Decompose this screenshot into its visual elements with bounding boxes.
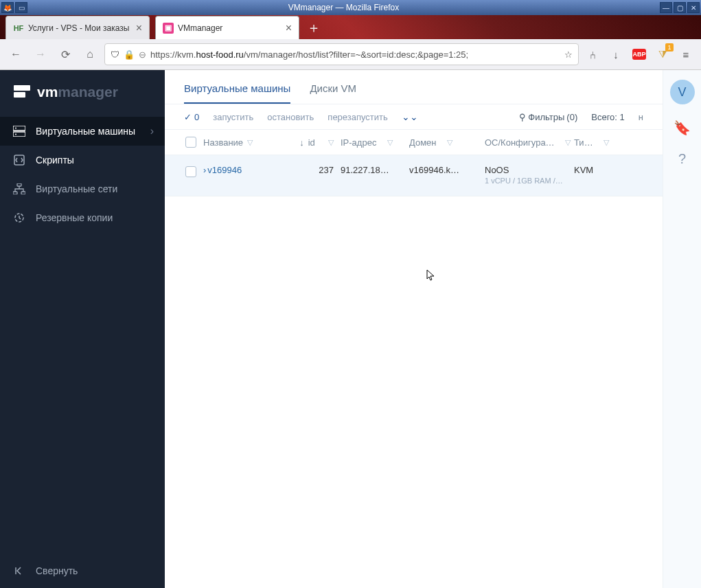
sidebar-item-networks[interactable]: Виртуальные сети: [0, 174, 165, 203]
action-start[interactable]: запустить: [213, 112, 253, 122]
bookmark-icon[interactable]: 🔖: [674, 120, 691, 136]
tab-vms[interactable]: Виртуальные машины: [184, 82, 290, 104]
nav-forward-button: →: [30, 44, 51, 65]
cell-name: ›v169946: [203, 165, 292, 175]
window-titlebar: 🦊 ▭ VMmanager — Mozilla Firefox — ▢ ✕: [0, 0, 701, 15]
sidebar: vmmanager Виртуальные машины Скрипты Вир…: [0, 70, 165, 588]
window-minimize-button[interactable]: —: [660, 2, 672, 13]
backup-icon: [12, 211, 26, 225]
window-title: VMmanager — Mozilla Firefox: [27, 3, 660, 12]
script-icon: [12, 153, 26, 167]
nav-home-button[interactable]: ⌂: [80, 44, 100, 65]
col-name[interactable]: Название▽: [203, 137, 292, 148]
svg-rect-1: [13, 132, 25, 137]
tab-favicon-icon: HF: [13, 23, 24, 34]
more-actions-icon[interactable]: ⌄⌄: [402, 111, 418, 122]
browser-tab-0[interactable]: HF Услуги - VPS - Мои заказы ×: [5, 16, 150, 39]
cell-id: 237: [292, 165, 341, 175]
filters-button[interactable]: ⚲ Фильтры(0): [519, 112, 577, 122]
logo-icon: [14, 85, 30, 99]
sidebar-item-label: Резервные копии: [36, 212, 113, 223]
cell-type: KVM: [574, 165, 615, 175]
select-all-checkbox[interactable]: [185, 137, 196, 148]
tab-close-button[interactable]: ×: [286, 22, 292, 34]
filter-icon[interactable]: ▽: [565, 138, 571, 147]
nav-back-button[interactable]: ←: [5, 44, 26, 65]
cell-os: NoOS 1 vCPU / 1GB RAM /…: [485, 165, 574, 185]
vm-name-link[interactable]: ›v169946: [203, 165, 242, 175]
cell-ip: 91.227.18…: [341, 165, 409, 175]
action-restart[interactable]: перезапустить: [327, 112, 387, 122]
lock-icon: 🔒: [124, 49, 135, 60]
tab-title: VMmanager: [178, 23, 281, 33]
svg-point-3: [15, 134, 16, 135]
svg-rect-7: [21, 192, 25, 194]
svg-rect-0: [13, 126, 25, 131]
col-domain[interactable]: Домен ▽: [409, 137, 485, 148]
total-count: Всего: 1: [591, 112, 625, 122]
col-id[interactable]: ↓id ▽: [292, 137, 341, 148]
svg-point-2: [15, 128, 16, 129]
library-icon[interactable]: ⑃: [583, 45, 602, 64]
cell-domain: v169946.k…: [409, 165, 485, 175]
svg-rect-6: [13, 192, 17, 194]
content-tabs: Виртуальные машины Диски VM: [165, 70, 663, 104]
tab-disks[interactable]: Диски VM: [310, 82, 356, 104]
col-os[interactable]: ОС/Конфигура… ▽: [485, 137, 574, 148]
collapse-label: Свернуть: [36, 565, 78, 576]
table-header: Название▽ ↓id ▽ IP-адрес ▽ Домен ▽ ОС/Ко…: [165, 130, 663, 155]
mouse-cursor-icon: [426, 269, 436, 282]
filter-icon[interactable]: ▽: [328, 138, 334, 147]
filter-icon[interactable]: ▽: [387, 138, 393, 147]
row-checkbox[interactable]: [185, 166, 196, 177]
col-type[interactable]: Ти… ▽: [574, 137, 615, 148]
table-row[interactable]: ›v169946 237 91.227.18… v169946.k… NoOS …: [165, 155, 663, 196]
sidebar-item-label: Виртуальные сети: [36, 183, 117, 194]
sidebar-item-vms[interactable]: Виртуальные машины: [0, 117, 165, 146]
filter-icon[interactable]: ▽: [604, 138, 609, 147]
main-content: Виртуальные машины Диски VM ✓ 0 запустит…: [165, 70, 701, 588]
filter-icon[interactable]: ▽: [247, 138, 253, 147]
browser-tab-1[interactable]: ▣ VMmanager ×: [155, 16, 299, 39]
filter-icon[interactable]: ▽: [447, 138, 452, 147]
shield-icon: 🛡: [111, 49, 119, 60]
app-menu-button[interactable]: ≡: [676, 45, 696, 64]
server-icon: [12, 124, 26, 138]
nav-reload-button[interactable]: ⟳: [55, 44, 76, 65]
downloads-icon[interactable]: ↓: [606, 45, 625, 64]
extension-icon[interactable]: ⧩ 1: [653, 45, 672, 64]
url-text: https://kvm.host-food.ru/vm/manager/host…: [150, 49, 560, 60]
selected-count: ✓ 0: [184, 112, 199, 122]
chevron-right-icon: ›: [203, 165, 206, 175]
sidebar-item-label: Виртуальные машины: [36, 126, 135, 137]
url-bar[interactable]: 🛡 🔒 ⊖ https://kvm.host-food.ru/vm/manage…: [104, 43, 579, 65]
col-ip[interactable]: IP-адрес ▽: [341, 137, 409, 148]
browser-tabstrip: HF Услуги - VPS - Мои заказы × ▣ VMmanag…: [0, 15, 701, 39]
filter-icon: ⚲: [519, 112, 526, 122]
sidebar-item-label: Скрипты: [36, 155, 74, 166]
window-pin-icon[interactable]: ▭: [15, 2, 27, 13]
new-tab-button[interactable]: ＋: [302, 16, 325, 39]
tab-favicon-icon: ▣: [163, 23, 174, 34]
toolbar-overflow: н: [639, 112, 643, 122]
collapse-icon: [12, 564, 26, 578]
sidebar-collapse-button[interactable]: Свернуть: [0, 554, 165, 588]
svg-rect-5: [17, 183, 21, 186]
network-icon: [12, 182, 26, 196]
tab-title: Услуги - VPS - Мои заказы: [28, 23, 132, 33]
adblock-icon[interactable]: ABP: [630, 45, 649, 64]
browser-toolbar: ← → ⟳ ⌂ 🛡 🔒 ⊖ https://kvm.host-food.ru/v…: [0, 39, 701, 70]
right-bar: V 🔖 ?: [663, 70, 701, 588]
bookmark-star-icon[interactable]: ☆: [564, 49, 573, 60]
action-stop[interactable]: остановить: [267, 112, 314, 122]
tab-close-button[interactable]: ×: [136, 22, 142, 34]
app-logo: vmmanager: [0, 70, 165, 117]
firefox-menu-icon[interactable]: 🦊: [1, 2, 14, 13]
window-maximize-button[interactable]: ▢: [674, 2, 686, 13]
check-icon: ✓: [184, 112, 192, 122]
help-icon[interactable]: ?: [678, 151, 686, 167]
sidebar-item-scripts[interactable]: Скрипты: [0, 146, 165, 174]
window-close-button[interactable]: ✕: [687, 2, 700, 13]
sidebar-item-backups[interactable]: Резервные копии: [0, 203, 165, 232]
user-avatar[interactable]: V: [670, 80, 695, 104]
